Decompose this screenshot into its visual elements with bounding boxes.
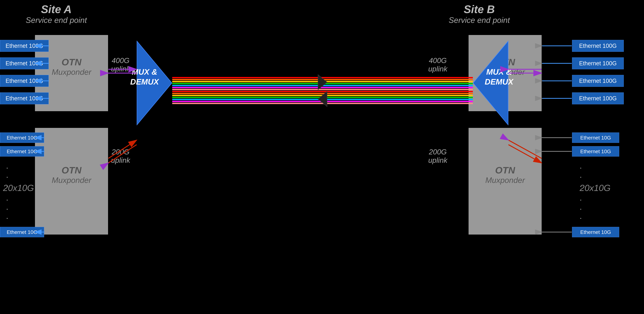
- eth-b-100g-2: Ethernet 100G: [572, 57, 624, 69]
- site-a-subtitle: Service end point: [18, 16, 94, 25]
- eth-a-10g-2: Ethernet 10G: [0, 146, 44, 157]
- otn-muxponder-b-top: OTN Muxponder: [468, 35, 542, 111]
- eth-a-10g-1: Ethernet 10G: [0, 133, 44, 143]
- capacity-b: 20x10G: [580, 183, 610, 193]
- svg-text:DEMUX: DEMUX: [130, 77, 159, 86]
- otn-muxponder-b-bot: OTN Muxponder: [468, 128, 542, 234]
- mux-demux-a: [137, 41, 172, 125]
- site-b-title: Site B: [441, 3, 517, 16]
- dots-b-bot: ···: [580, 195, 582, 222]
- otn-label-b-bot: OTN: [469, 165, 541, 176]
- otn-muxponder-a-bot: OTN Muxponder: [35, 128, 108, 234]
- svg-marker-48: [318, 75, 327, 90]
- eth-b-100g-4: Ethernet 100G: [572, 92, 624, 104]
- site-a-title: Site A: [18, 3, 94, 16]
- eth-b-10g-1: Ethernet 10G: [572, 133, 619, 143]
- otn-label-b-top: OTN: [469, 57, 541, 68]
- svg-marker-49: [318, 91, 327, 107]
- mux-label-b-top: Muxponder: [469, 68, 541, 77]
- dots-a-bot: ···: [6, 195, 9, 222]
- eth-a-100g-1: Ethernet 100G: [0, 40, 49, 52]
- site-b-subtitle: Service end point: [441, 16, 517, 25]
- eth-b-100g-3: Ethernet 100G: [572, 75, 624, 87]
- dots-a-top: ···: [6, 163, 9, 190]
- uplink-b-400g: 400Guplink: [428, 56, 447, 73]
- svg-text:MUX &: MUX &: [132, 68, 157, 76]
- eth-b-100g-1: Ethernet 100G: [572, 40, 624, 52]
- site-a-label: Site A Service end point: [18, 3, 94, 25]
- otn-label-a-bot: OTN: [35, 165, 108, 176]
- mux-label-a-bot: Muxponder: [35, 176, 108, 185]
- eth-a-100g-3: Ethernet 100G: [0, 75, 49, 87]
- eth-a-100g-4: Ethernet 100G: [0, 92, 49, 104]
- eth-a-10g-3: Ethernet 10G: [0, 227, 44, 237]
- main-canvas: Site A Service end point Site B Service …: [0, 0, 644, 314]
- eth-a-100g-2: Ethernet 100G: [0, 57, 49, 69]
- dots-b-top: ···: [580, 163, 582, 190]
- eth-b-10g-3: Ethernet 10G: [572, 227, 619, 237]
- mux-label-b-bot: Muxponder: [469, 176, 541, 185]
- uplink-b-200g: 200Guplink: [428, 148, 447, 164]
- site-b-label: Site B Service end point: [441, 3, 517, 25]
- uplink-a-200g: 200Guplink: [111, 148, 130, 164]
- eth-b-10g-2: Ethernet 10G: [572, 146, 619, 157]
- uplink-a-400g: 400Guplink: [111, 56, 130, 73]
